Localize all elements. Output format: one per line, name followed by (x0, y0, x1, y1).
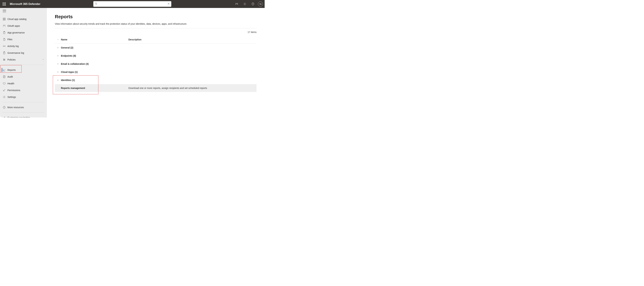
sidebar-item-label: Reports (8, 69, 44, 71)
waffle-icon (3, 3, 6, 6)
items-count: 17 items (248, 31, 256, 34)
divider (2, 112, 44, 113)
svg-point-33 (4, 97, 5, 97)
app-launcher-button[interactable] (2, 2, 7, 7)
search-icon (95, 2, 98, 6)
search-input[interactable] (98, 3, 167, 6)
group-label: Cloud Apps (1) (61, 71, 78, 73)
group-label: Email & collaboration (4) (61, 63, 88, 65)
column-header-name[interactable]: Name (61, 38, 128, 41)
svg-line-1 (96, 4, 97, 5)
report-row[interactable]: Reports managementDownload one or more r… (55, 84, 256, 92)
svg-point-18 (4, 46, 6, 47)
sidebar-item-health[interactable]: Health (0, 80, 46, 87)
sidebar-item-activity-log[interactable]: Activity log (0, 43, 46, 50)
sidebar-item-customize-navigation[interactable]: Customize navigation (0, 114, 46, 117)
table-header: Name Description (55, 36, 256, 44)
user-avatar[interactable]: TA (258, 2, 263, 7)
svg-rect-12 (4, 20, 6, 20)
page-title: Reports (55, 14, 256, 20)
sidebar-item-more-resources[interactable]: More resources (0, 104, 46, 111)
sidebar-item-label: App governance (8, 31, 44, 34)
group-row[interactable]: General (2) (55, 44, 256, 52)
info-icon (3, 106, 8, 109)
sidebar-item-cloud-app-catalog[interactable]: Cloud app catalog (0, 16, 46, 23)
sidebar-item-permissions[interactable]: Permissions (0, 87, 46, 94)
sidebar-item-label: Health (8, 82, 44, 85)
main-content: Reports View information about security … (47, 8, 264, 117)
collapse-sidebar-button[interactable] (3, 10, 6, 13)
svg-point-32 (3, 90, 4, 91)
pencil-icon (3, 116, 8, 117)
svg-point-4 (236, 3, 236, 4)
settings-button[interactable] (241, 0, 249, 8)
app-title: Microsoft 365 Defender (10, 3, 40, 6)
sidebar-item-reports[interactable]: Reports (0, 67, 46, 73)
svg-point-5 (237, 3, 238, 4)
audit-icon (3, 75, 8, 78)
sidebar-item-label: OAuth apps (8, 25, 44, 27)
report-name: Reports management (61, 87, 128, 89)
clear-search-button[interactable] (167, 2, 170, 6)
sidebar-item-label: Cloud app catalog (8, 18, 44, 21)
search-bar[interactable] (93, 1, 171, 7)
svg-point-36 (4, 107, 4, 107)
group-row[interactable]: Identities (1) (55, 76, 256, 84)
sidebar-item-app-governance[interactable]: App governance (0, 29, 46, 36)
sidebar-item-label: Permissions (8, 89, 44, 92)
sidebar-item-label: Governance log (8, 52, 44, 54)
svg-rect-9 (3, 18, 4, 19)
policies-icon (3, 58, 8, 61)
svg-point-25 (4, 59, 4, 59)
key-icon (3, 89, 8, 92)
sidebar-item-label: Activity log (8, 45, 44, 48)
sidebar-item-label: More resources (8, 106, 44, 109)
svg-point-17 (3, 46, 4, 47)
oauth-icon (3, 24, 8, 27)
help-button[interactable] (249, 0, 257, 8)
group-label: Identities (1) (61, 79, 75, 81)
sidebar-item-settings[interactable]: Settings (0, 94, 46, 100)
chevron-right-icon[interactable] (55, 71, 61, 73)
clipboard-icon (3, 31, 8, 34)
sidebar-item-label: Policies (8, 58, 42, 61)
group-label: General (2) (61, 46, 73, 49)
chevron-down-icon (42, 58, 44, 61)
group-label: Endpoints (8) (61, 54, 76, 57)
chevron-right-icon[interactable] (55, 55, 61, 57)
sidebar-item-policies[interactable]: Policies (0, 56, 46, 63)
svg-rect-10 (4, 18, 6, 19)
activity-icon (3, 45, 8, 48)
chevron-right-icon[interactable] (55, 63, 61, 65)
community-button[interactable] (232, 0, 241, 8)
group-row[interactable]: Endpoints (8) (55, 52, 256, 60)
grid-icon (3, 18, 8, 21)
chevron-right-icon[interactable] (55, 47, 61, 49)
sidebar-item-governance-log[interactable]: Governance log (0, 50, 46, 56)
sidebar-item-audit[interactable]: Audit (0, 73, 46, 80)
top-bar: Microsoft 365 Defender TA (0, 0, 264, 8)
nav: Cloud app catalog OAuth apps App governa… (0, 14, 46, 117)
sidebar-item-label: Settings (8, 96, 44, 98)
sidebar: Cloud app catalog OAuth apps App governa… (0, 8, 47, 117)
health-icon (3, 82, 8, 85)
svg-point-14 (4, 25, 6, 26)
group-row[interactable]: Email & collaboration (4) (55, 60, 256, 68)
svg-point-0 (95, 3, 96, 4)
svg-rect-11 (3, 20, 4, 20)
file-icon (3, 38, 8, 41)
sidebar-item-label: Customize navigation (8, 116, 44, 117)
sidebar-item-oauth-apps[interactable]: OAuth apps (0, 23, 46, 29)
column-header-description[interactable]: Description (128, 38, 256, 41)
report-description: Download one or more reports, assign rec… (128, 87, 256, 89)
sidebar-item-files[interactable]: Files (0, 36, 46, 43)
expand-all-toggle[interactable] (55, 38, 61, 41)
svg-point-13 (3, 25, 4, 26)
sidebar-item-label: Files (8, 38, 44, 41)
svg-point-27 (4, 60, 4, 61)
chevron-down-icon[interactable] (55, 79, 61, 81)
svg-point-26 (4, 60, 4, 60)
gear-icon (3, 95, 8, 98)
page-description: View information about security trends a… (55, 23, 256, 28)
group-row[interactable]: Cloud Apps (1) (55, 68, 256, 76)
